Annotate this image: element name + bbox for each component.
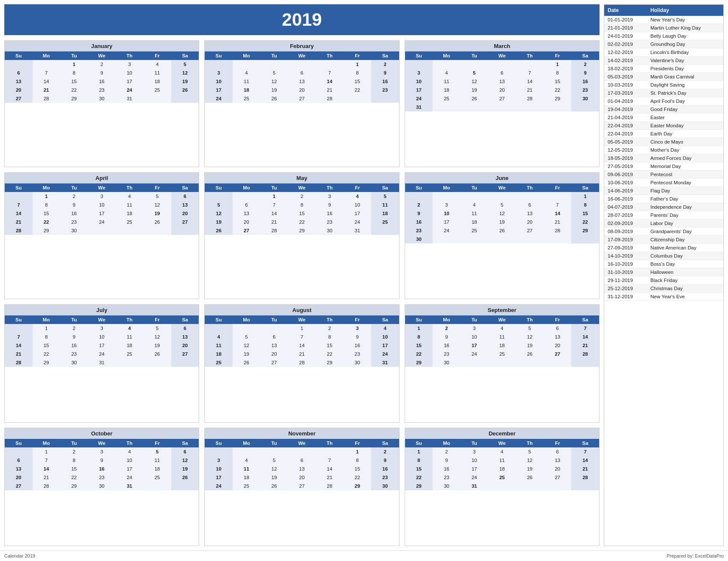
day-header-th: Th — [116, 315, 143, 324]
day-cell: 3 — [316, 192, 343, 201]
day-header-we: We — [288, 183, 316, 192]
day-cell: 24 — [205, 482, 233, 490]
day-cell: 2 — [88, 60, 116, 69]
day-cell: 23 — [433, 350, 460, 358]
day-cell: 31 — [371, 358, 399, 367]
day-header-tu: Tu — [460, 51, 488, 60]
day-cell: 10 — [205, 465, 233, 473]
day-header-fr: Fr — [143, 315, 171, 324]
holiday-name: New Year's Day — [647, 16, 723, 24]
holiday-section: Date Holiday 01-01-2019New Year's Day21-… — [604, 4, 724, 546]
day-cell: 11 — [143, 456, 171, 465]
holiday-row: 08-09-2019Grandparents' Day — [604, 228, 723, 236]
day-cell: 1 — [288, 324, 316, 333]
day-cell — [116, 358, 143, 367]
holiday-date: 21-01-2019 — [604, 24, 647, 32]
holiday-date: 14-10-2019 — [604, 252, 647, 260]
holiday-name: Memorial Day — [647, 162, 723, 171]
day-cell: 18 — [116, 209, 143, 218]
day-cell: 22 — [543, 86, 571, 94]
day-header-th: Th — [316, 51, 343, 60]
day-cell: 28 — [288, 358, 316, 367]
day-cell: 13 — [5, 465, 33, 473]
day-cell: 14 — [5, 341, 33, 350]
day-cell: 22 — [316, 350, 343, 358]
day-cell: 23 — [316, 218, 343, 226]
day-cell: 13 — [5, 77, 33, 86]
month-block-november: NovemberSuMoTuWeThFrSa123456789101112131… — [204, 428, 399, 546]
day-cell: 18 — [371, 209, 399, 218]
day-cell: 11 — [233, 77, 260, 86]
day-cell: 6 — [488, 69, 516, 77]
day-cell: 10 — [205, 77, 233, 86]
day-cell: 14 — [33, 77, 60, 86]
day-header-fr: Fr — [543, 51, 571, 60]
holiday-date: 10-06-2019 — [604, 179, 647, 187]
holiday-name: Citizenship Day — [647, 236, 723, 244]
day-header-we: We — [88, 439, 116, 447]
day-header-tu: Tu — [260, 51, 288, 60]
day-cell: 1 — [343, 60, 371, 69]
holiday-date: 14-06-2019 — [604, 187, 647, 195]
day-cell: 19 — [233, 350, 260, 358]
day-header-tu: Tu — [260, 439, 288, 447]
day-cell: 28 — [316, 482, 343, 490]
holiday-row: 28-07-2019Parents' Day — [604, 211, 723, 219]
day-cell: 7 — [571, 447, 599, 456]
day-cell: 14 — [571, 456, 599, 465]
day-cell — [343, 94, 371, 103]
footer: Calendar 2019 Prepared by: ExcelDataPro — [0, 550, 728, 561]
day-cell: 29 — [571, 226, 599, 235]
holiday-date: 17-03-2019 — [604, 89, 647, 97]
day-cell: 25 — [488, 350, 516, 358]
day-cell: 11 — [371, 201, 399, 209]
day-cell — [143, 358, 171, 367]
day-cell: 9 — [60, 333, 88, 341]
day-cell: 17 — [460, 341, 488, 350]
holiday-name: Columbus Day — [647, 252, 723, 260]
month-block-october: OctoberSuMoTuWeThFrSa1234566789101112131… — [4, 428, 199, 546]
day-cell: 24 — [343, 218, 371, 226]
day-cell: 3 — [460, 447, 488, 456]
day-cell: 17 — [405, 86, 433, 94]
day-cell — [543, 192, 571, 201]
holiday-row: 02-09-2019Labor Day — [604, 219, 723, 228]
day-cell: 16 — [571, 77, 599, 86]
day-header-th: Th — [516, 315, 544, 324]
day-cell — [543, 358, 571, 367]
day-cell: 10 — [88, 333, 116, 341]
day-cell: 5 — [171, 60, 199, 69]
day-cell: 24 — [433, 226, 460, 235]
holiday-date: 01-01-2019 — [604, 16, 647, 24]
day-header-su: Su — [405, 439, 433, 447]
day-cell: 26 — [516, 350, 544, 358]
holiday-row: 14-02-2019Valentine's Day — [604, 57, 723, 65]
day-cell: 31 — [88, 358, 116, 367]
day-cell: 8 — [60, 69, 88, 77]
day-cell: 31 — [116, 482, 143, 490]
day-cell: 15 — [60, 465, 88, 473]
footer-right: Prepared by: ExcelDataPro — [667, 553, 724, 558]
holiday-name: Parents' Day — [647, 211, 723, 219]
day-cell: 2 — [316, 324, 343, 333]
day-cell: 12 — [516, 456, 544, 465]
day-header-sa: Sa — [171, 183, 199, 192]
day-cell: 1 — [405, 324, 433, 333]
day-cell: 8 — [316, 333, 343, 341]
day-cell: 12 — [143, 201, 171, 209]
day-cell: 20 — [5, 86, 33, 94]
day-header-we: We — [288, 315, 316, 324]
holiday-date: 18-02-2019 — [604, 65, 647, 73]
day-cell: 20 — [171, 341, 199, 350]
day-cell — [488, 358, 516, 367]
day-cell — [205, 447, 233, 456]
holiday-name: Father's Day — [647, 195, 723, 203]
day-cell: 27 — [5, 482, 33, 490]
day-cell: 27 — [5, 94, 33, 103]
day-cell: 30 — [60, 358, 88, 367]
day-cell: 23 — [88, 473, 116, 482]
day-cell: 30 — [316, 226, 343, 235]
holiday-row: 01-04-2019April Fool's Day — [604, 97, 723, 105]
day-cell: 24 — [371, 350, 399, 358]
day-cell: 18 — [205, 350, 233, 358]
